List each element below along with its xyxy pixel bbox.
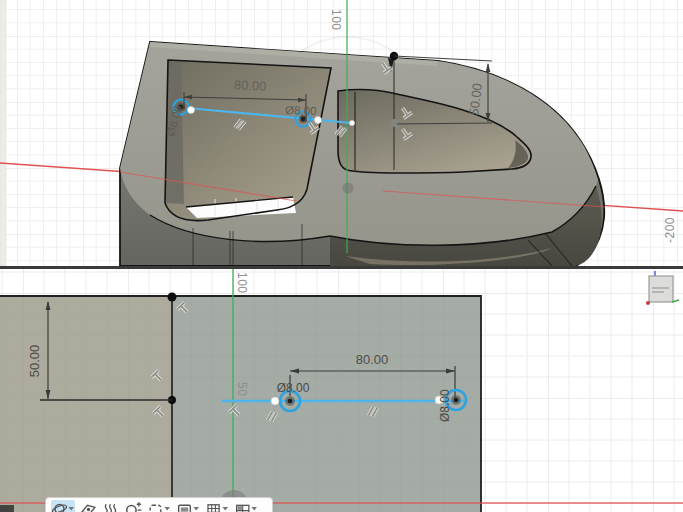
sketch-node-top[interactable] (168, 293, 177, 302)
y-axis-100-label: 100 (235, 272, 249, 294)
dia-right-text[interactable]: Ø8.00 (438, 389, 452, 422)
grid-icon (205, 500, 222, 512)
y-axis-100-label-3d: 100 (329, 9, 343, 31)
chevron-down-icon[interactable] (68, 506, 75, 512)
widget-x-axis (646, 301, 650, 305)
center-point-right[interactable] (454, 398, 459, 403)
chevron-down-icon[interactable] (164, 506, 171, 512)
dia-left-text[interactable]: Ø8.00 (277, 381, 310, 395)
display-settings-icon (176, 500, 193, 512)
sketch-point-end-3d[interactable] (349, 120, 354, 125)
center-point-left[interactable] (288, 399, 293, 404)
dim-50-text[interactable]: 50.00 (27, 345, 42, 378)
chevron-down-icon[interactable] (222, 506, 229, 512)
fit-icon (147, 500, 164, 512)
chevron-down-icon[interactable] (193, 506, 200, 512)
center-point-right-3d[interactable] (301, 117, 306, 122)
pan-button[interactable] (102, 500, 119, 512)
widget-plane[interactable] (649, 276, 673, 302)
grid-and-snaps-button[interactable] (205, 500, 229, 512)
sketch-point-left-3d[interactable] (188, 107, 195, 114)
dim-80-text-3d[interactable]: 80.00 (234, 77, 267, 93)
sketch-node-bottom-3d[interactable] (391, 119, 399, 127)
window-corner-chip (0, 505, 14, 512)
viewport-sketch-canvas[interactable]: 50.00 80.00 Ø8.00 Ø8.00 100 50 (0, 269, 683, 512)
orbit-icon (51, 500, 68, 512)
look-at-button[interactable] (80, 500, 97, 512)
viewport-3d-canvas[interactable]: 80.00 Ø8.00 Ø8.00 50.00 100 -200 (0, 0, 683, 266)
sketch-point-mid-3d[interactable] (315, 117, 322, 124)
look-at-icon (80, 500, 97, 512)
fit-button[interactable] (147, 500, 171, 512)
display-settings-button[interactable] (176, 500, 200, 512)
orbit-button[interactable] (51, 500, 75, 512)
dia-right-text-3d[interactable]: Ø8.00 (285, 104, 317, 117)
cad-app-window: 80.00 Ø8.00 Ø8.00 50.00 100 -200 (0, 0, 683, 512)
navigation-toolbar (45, 497, 273, 512)
zoom-button[interactable] (124, 500, 142, 512)
chevron-down-icon[interactable] (251, 506, 258, 512)
dim-80-text[interactable]: 80.00 (356, 352, 389, 367)
sketch-point-left[interactable] (271, 397, 279, 405)
face-region-left[interactable] (0, 296, 172, 512)
pan-icon (102, 500, 119, 512)
viewports-button[interactable] (234, 500, 258, 512)
y-axis-50-label: 50 (235, 382, 249, 396)
viewports-icon (234, 500, 251, 512)
face-region-right[interactable] (172, 296, 481, 512)
viewport-left-edge (0, 0, 6, 266)
zoom-icon (124, 500, 142, 512)
x-axis-minus200-label-3d: -200 (663, 217, 677, 243)
origin-point-3d (343, 183, 354, 194)
